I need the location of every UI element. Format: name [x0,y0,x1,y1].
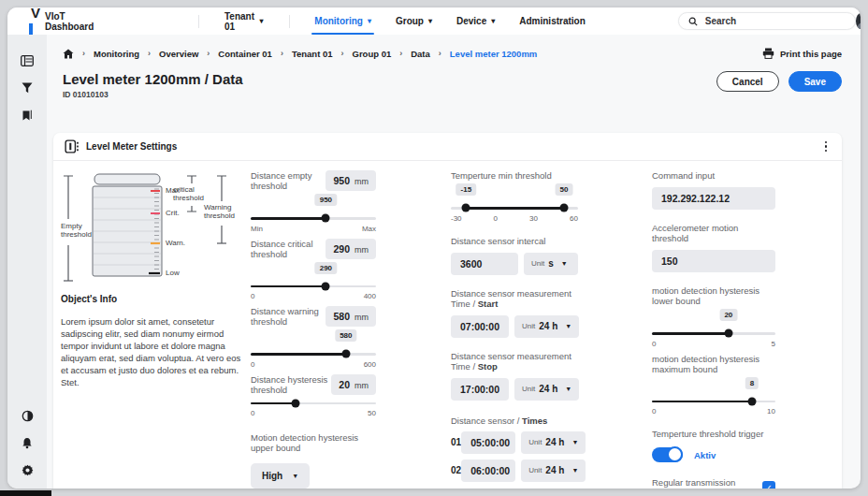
brand-logo[interactable]: V VIoT Dashboard [31,7,94,38]
distance-warning-value-box[interactable]: 580 mm [326,306,376,327]
field-temperature-trigger: Temperture threshold trigger Aktiv [652,429,775,462]
distance-critical-value-box[interactable]: 290 mm [326,239,376,259]
breadcrumb-data[interactable]: Data [411,49,430,59]
icon-sidebar [7,35,47,489]
page-id: ID 01010103 [63,90,243,99]
column-advanced: Command input 192.292.122.12 Acceleromet… [652,170,775,489]
bookmark-icon[interactable] [19,107,36,124]
chevron-down-icon: ▾ [368,17,371,25]
slider-handle-high[interactable] [560,204,569,212]
save-button[interactable]: Save [788,71,842,92]
settings-gear-icon[interactable] [19,461,36,478]
field-label: Distance sensor measurement Time / Stop [451,351,578,372]
slider-track[interactable] [652,332,775,335]
nav-divider [198,15,199,28]
time-02-unit-select[interactable]: Unit 24 h ▼ [521,460,586,482]
unit-value: 24 h [539,321,557,331]
slider-min-label: Min [251,225,263,233]
time-01-unit-select[interactable]: Unit 24 h ▼ [521,431,586,454]
slider-handle[interactable] [322,282,330,290]
distance-empty-value-box[interactable]: 950 mm [326,170,376,191]
toggle-state-label: Aktiv [694,450,716,460]
maximum-bound-slider: 8 0 10 [652,377,775,416]
dark-mode-icon[interactable] [19,407,36,424]
add-new-time-button[interactable]: Add new time [451,489,578,489]
slider-handle[interactable] [292,399,300,407]
breadcrumb-group[interactable]: Group 01 [353,49,392,59]
field-label: Accelerometer motion threshold [652,223,775,243]
search-input[interactable] [705,16,846,26]
cancel-button[interactable]: Cancel [716,71,779,92]
slider-max-label: Max [362,225,376,233]
nav-administration[interactable]: Administration [507,7,598,35]
value: 580 [333,311,350,322]
field-accelerometer-threshold: Accelerometer motion threshold 150 [652,223,775,272]
slider-track[interactable] [451,207,578,210]
nav-device[interactable]: Device ▾ [444,7,507,35]
motion-upper-bound-dropdown[interactable]: High ▼ [251,463,310,489]
tick-label: 0 [494,214,498,223]
user-menu[interactable]: User Name [856,11,861,32]
temperature-trigger-toggle[interactable] [652,447,683,462]
nav-monitoring[interactable]: Monitoring ▾ [302,7,383,35]
time-stop-unit-select[interactable]: Unit 24 h ▼ [514,378,579,401]
field-distance-sensor-interval: Distance sensor intercal 3600 Unit s ▼ [451,236,578,275]
nav-label: Administration [519,16,586,26]
chevron-down-icon: ▼ [571,439,578,445]
slider-handle[interactable] [341,350,350,358]
print-page-button[interactable]: Print this page [762,48,842,59]
transmission-checkbox[interactable]: ✓ [762,481,775,489]
breadcrumb-monitoring[interactable]: Monitoring [94,49,139,59]
slider-handle[interactable] [747,397,756,405]
filter-icon[interactable] [19,80,36,96]
sensor-interval-unit-select[interactable]: Unit s ▼ [524,253,578,275]
accelerometer-threshold-input[interactable]: 150 [652,250,775,272]
time-start-input[interactable]: 07:00:00 [451,315,509,338]
time-01-input[interactable]: 05:00:00 [461,431,515,454]
breadcrumb-overview[interactable]: Overview [159,49,198,59]
object-info: Object's Info Lorem ipsum dolor sit amet… [61,294,244,388]
search-bar[interactable] [678,12,856,30]
unit: mm [354,381,369,390]
kebab-menu-icon[interactable] [821,138,832,156]
nav-divider [289,15,290,28]
tick-label: -30 [451,214,462,223]
slider-track[interactable] [251,285,376,288]
command-input[interactable]: 192.292.122.12 [652,187,775,210]
chevron-down-icon: ▾ [491,17,495,25]
slider-track[interactable] [251,217,376,220]
field-label: Distance hysteresis threshold [251,374,331,395]
mark-warn-label: Warn. [166,239,185,247]
time-start-unit-select[interactable]: Unit 24 h ▼ [514,315,579,338]
distance-warning-slider: 580 0 600 [251,329,376,369]
field-temperature-min-threshold: Temperture min threshold -15 50 -30 [451,170,578,223]
slider-handle[interactable] [322,214,330,223]
slider-track[interactable] [652,401,775,403]
distance-empty-slider: 950 Min Max [251,194,376,233]
temperature-range-slider: -15 50 -30 0 30 60 [451,183,578,223]
time-stop-input[interactable]: 17:00:00 [451,378,509,401]
sensor-interval-input[interactable]: 3600 [451,253,518,275]
slider-handle[interactable] [724,329,732,338]
nav-group[interactable]: Group ▾ [383,7,444,35]
slider-track[interactable] [251,402,376,405]
dropdown-value: High [262,471,282,481]
row-index: 02 [451,465,461,475]
field-hysteresis-maximum-bound: motion detection hysteresis maximum boun… [652,354,775,416]
breadcrumb-tenant[interactable]: Tenant 01 [292,49,333,59]
distance-hysteresis-value-box[interactable]: 20 mm [331,374,376,395]
slider-handle-low[interactable] [462,204,470,212]
slider-max-label: 50 [368,409,376,417]
unit: mm [354,177,369,186]
table-view-icon[interactable] [19,52,36,69]
nav-tenant[interactable]: Tenant 01 ▾ [212,7,276,35]
field-measurement-time-stop: Distance sensor measurement Time / Stop … [451,351,578,401]
breadcrumb-container[interactable]: Container 01 [218,49,272,59]
notifications-bell-icon[interactable] [19,434,36,451]
time-02-input[interactable]: 06:00:00 [461,460,515,482]
home-icon[interactable] [63,49,74,59]
field-measurement-time-start: Distance sensor measurement Time / Start… [451,288,578,338]
unit-value: 24 h [545,465,564,475]
slider-track[interactable] [251,353,376,356]
slider-max-label: 600 [364,360,376,369]
